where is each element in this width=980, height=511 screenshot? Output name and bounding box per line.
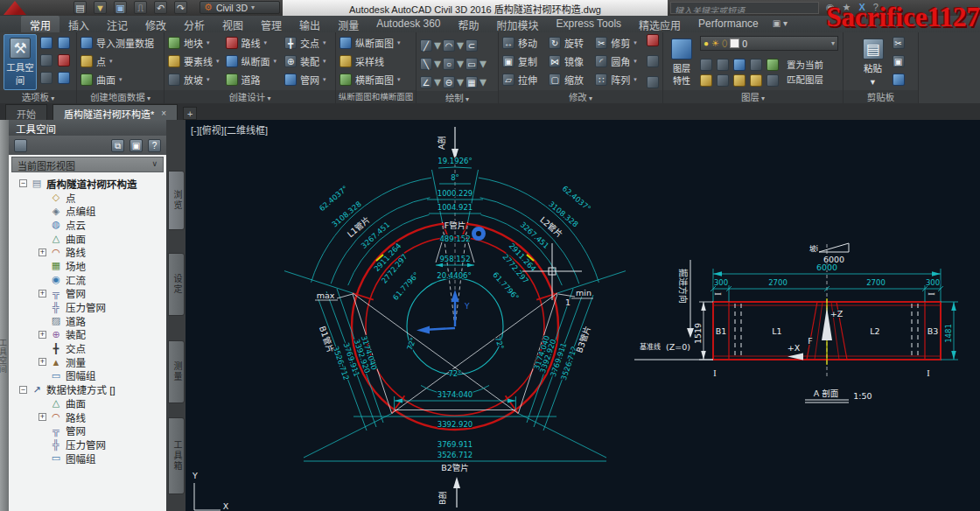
toolbox-icon[interactable] — [58, 54, 70, 66]
tab-autodesk360[interactable]: Autodesk 360 — [368, 16, 449, 32]
tree-item-ds-pressure[interactable]: ╬压力管网 — [9, 438, 166, 452]
layer-properties-button[interactable]: 图层 特性 — [667, 34, 696, 90]
save-icon[interactable]: ▣ — [114, 1, 127, 14]
set-current-button[interactable]: 置为当前 — [787, 58, 823, 71]
copy-clip-icon[interactable]: ▣ — [892, 55, 905, 67]
tree-item-corridors[interactable]: ▨道路 — [9, 314, 166, 328]
rotate-button[interactable]: ↻旋转 — [549, 34, 592, 52]
open-drawing-icon[interactable] — [14, 139, 27, 152]
polyline-icon[interactable]: ∠ — [420, 76, 432, 88]
arc-icon[interactable]: ◠ — [443, 39, 455, 52]
tab-help[interactable]: 帮助 — [450, 16, 488, 32]
tree-item-survey[interactable]: ▲测量 — [9, 355, 166, 369]
layer-thaw-icon[interactable] — [733, 74, 746, 87]
circle-icon[interactable]: ○ — [443, 58, 455, 70]
trim-button[interactable]: ✂修剪▾ — [595, 34, 643, 52]
view-selector-dropdown[interactable]: 当前图形视图 — [11, 157, 164, 172]
close-icon[interactable]: × — [161, 108, 166, 118]
file-tab-drawing[interactable]: 盾构隧道衬砌环构造* × — [52, 104, 178, 120]
tree-root-data-shortcuts[interactable]: ↗数据快捷方式 [] — [9, 382, 166, 396]
panel-label[interactable]: 剪贴板 — [844, 90, 918, 103]
move-button[interactable]: ↔移动 — [502, 34, 545, 52]
rectangle-icon[interactable]: ▭ — [466, 58, 478, 70]
tab-featured-apps[interactable]: 精选应用 — [630, 16, 690, 32]
panorama-icon[interactable] — [40, 72, 52, 84]
assembly-button[interactable]: ⊕装配▾ — [284, 52, 332, 70]
profile-button[interactable]: 纵断面▾ — [226, 52, 282, 70]
alignment-button[interactable]: 路线▾ — [226, 34, 282, 52]
intersection-button[interactable]: ╋交点▾ — [284, 34, 332, 52]
tree-item-pipe-networks[interactable]: ╦管网 — [9, 287, 166, 301]
mirror-button[interactable]: ⋈镜像 — [549, 52, 592, 70]
tab-manage[interactable]: 管理 — [252, 16, 290, 32]
layer-unlock-icon[interactable] — [750, 74, 762, 87]
tab-view[interactable]: 视图 — [214, 16, 252, 32]
viewport-controls[interactable]: [-][俯视][二维线框] — [191, 122, 268, 136]
panel-label[interactable]: 图层 — [663, 90, 843, 103]
expand-icon[interactable] — [38, 248, 46, 256]
toolspace-button[interactable]: ⚒ 工具空间 — [4, 34, 37, 90]
expand-icon[interactable] — [38, 331, 46, 339]
paste-special-icon[interactable] — [892, 74, 905, 86]
tab-analyze[interactable]: 分析 — [175, 16, 214, 32]
tree-item-view-frame-groups[interactable]: ▭图幅组 — [9, 369, 166, 383]
tab-prospector[interactable]: 浏览 — [168, 171, 185, 230]
panel-label[interactable]: 创建地面数据 — [77, 90, 164, 103]
tab-output[interactable]: 输出 — [290, 16, 329, 32]
grading-button[interactable]: 放坡▾ — [168, 71, 222, 88]
panel-label[interactable]: 创建设计 — [164, 90, 335, 103]
tree-item-assemblies[interactable]: ⊕装配 — [9, 328, 166, 342]
tab-modify[interactable]: 修改 — [136, 16, 175, 32]
layer-on-icon[interactable] — [700, 74, 712, 87]
tab-express-tools[interactable]: Express Tools — [548, 16, 630, 32]
tree-item-sites[interactable]: ▦场地 — [9, 259, 166, 273]
collapse-icon[interactable] — [19, 179, 27, 187]
tree-item-pressure-networks[interactable]: ╬压力管网 — [9, 300, 166, 314]
tree-item-ds-alignments[interactable]: ◠路线 — [9, 410, 166, 424]
ribbon-toggle-icon[interactable]: ▣ ▾ — [767, 16, 793, 32]
event-viewer-icon[interactable] — [58, 72, 70, 84]
cascade-icon[interactable]: ⧉ — [111, 139, 124, 152]
stretch-button[interactable]: ▱拉伸 — [502, 71, 545, 88]
survey-palette-icon[interactable] — [40, 54, 52, 66]
expand-icon[interactable] — [38, 358, 46, 366]
open-file-icon[interactable]: ▼ — [94, 1, 107, 14]
palette-grab-bar[interactable]: 工具空间 — [0, 120, 9, 511]
plot-icon[interactable]: ⎍ — [134, 1, 147, 14]
panel-label[interactable]: 纵断面图和横断面图 — [336, 90, 416, 103]
hatch-icon[interactable]: ▦ — [466, 76, 478, 88]
layer-isolate-icon[interactable] — [717, 59, 729, 71]
layer-lock-icon[interactable] — [750, 59, 762, 71]
tab-performance[interactable]: Performance — [690, 16, 767, 32]
panel-label[interactable]: 选项板 — [0, 90, 76, 103]
tree-item-ds-view-frames[interactable]: ▭图幅组 — [9, 452, 166, 466]
tree-item-ds-p​ipes[interactable]: ╦管网 — [9, 424, 166, 438]
pipes-button[interactable]: 管网▾ — [284, 71, 332, 88]
layer-off-icon[interactable] — [700, 59, 712, 71]
line-icon[interactable]: ╱ — [420, 39, 432, 52]
profile-view-button[interactable]: 纵断面图▾ — [340, 34, 401, 52]
tab-settings[interactable]: 设定 — [168, 253, 185, 316]
panel-label[interactable]: 绘制 — [416, 91, 498, 103]
tab-survey[interactable]: 测量 — [168, 340, 185, 403]
expand-icon[interactable] — [38, 290, 46, 298]
panel-label[interactable]: 修改 — [499, 90, 662, 103]
sample-lines-button[interactable]: 采样线 — [340, 52, 401, 70]
tab-home[interactable]: 常用 — [21, 16, 60, 32]
drawing-canvas[interactable]: [-][俯视][二维线框] — [186, 120, 980, 511]
tab-survey[interactable]: 测量 — [329, 16, 368, 32]
tab-addins[interactable]: 附加模块 — [488, 16, 548, 32]
array-button[interactable]: ∷阵列▾ — [595, 71, 643, 88]
workspace-selector[interactable]: ⚙ Civil 3D ▾ — [200, 1, 280, 14]
help-icon[interactable]: ? — [148, 139, 161, 152]
prospector-icon[interactable] — [40, 37, 52, 49]
layer-current-icon[interactable] — [766, 59, 779, 71]
copy-button[interactable]: ▣复制 — [502, 52, 545, 70]
construction-line-icon[interactable]: ╲ — [420, 58, 432, 70]
tab-annotate[interactable]: 注记 — [98, 16, 136, 32]
tab-toolbox[interactable]: 工具箱 — [168, 417, 185, 494]
fillet-button[interactable]: ◜圆角▾ — [595, 52, 643, 70]
panorama-display-icon[interactable]: ▣ — [130, 139, 143, 152]
import-survey-button[interactable]: 导入测量数据 — [80, 34, 154, 52]
offset-icon[interactable] — [647, 76, 659, 88]
